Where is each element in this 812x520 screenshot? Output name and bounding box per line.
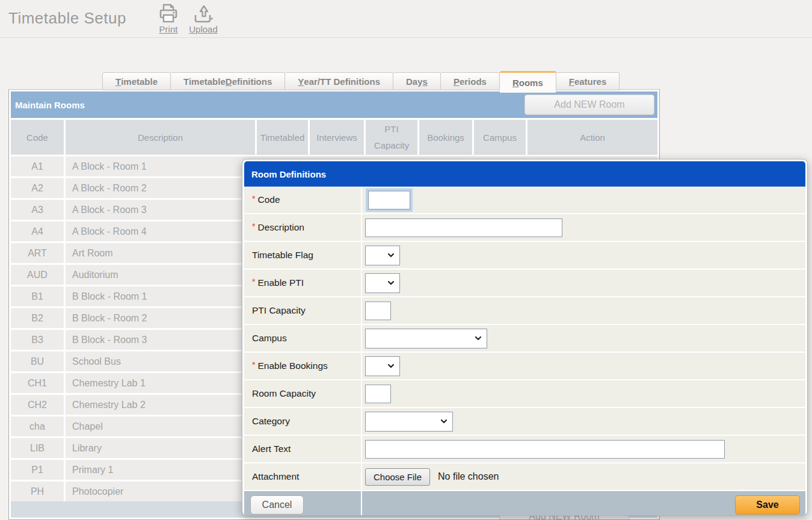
- description-label: *Description: [244, 214, 361, 241]
- enable-bookings-select[interactable]: [365, 356, 400, 376]
- table-header-row: Code Description Timetabled Interviews P…: [11, 120, 657, 155]
- upload-button[interactable]: Upload: [186, 3, 220, 34]
- chevron-down-icon: [387, 251, 395, 259]
- tab-features[interactable]: Features: [556, 72, 620, 90]
- category-label: Category: [244, 408, 361, 435]
- tab-year-tt-definitions[interactable]: Year/TT Definitions: [285, 72, 393, 90]
- modal-title: Room Definitions: [251, 169, 326, 179]
- required-asterisk: *: [252, 221, 255, 231]
- column-header-timetabled: Timetabled: [257, 120, 308, 155]
- required-asterisk: *: [252, 277, 255, 286]
- modal-footer: Cancel Save: [244, 491, 805, 516]
- column-header-campus: Campus: [474, 120, 526, 155]
- choose-file-button[interactable]: Choose File: [365, 468, 430, 486]
- alert-text-label: Alert Text: [244, 436, 361, 462]
- room-definitions-form: *Code *Description Timetable Flag *Enabl…: [244, 187, 805, 490]
- enable-bookings-label: *Enable Bookings: [244, 353, 361, 379]
- column-header-action: Action: [527, 120, 657, 155]
- page-title: Timetable Setup: [8, 9, 126, 28]
- column-header-bookings: Bookings: [419, 120, 472, 155]
- room-definitions-modal: Room Definitions *Code *Description Time…: [242, 159, 808, 516]
- tabbar: Timetable Timetable Definitions Year/TT …: [102, 71, 620, 90]
- campus-label: Campus: [244, 325, 361, 351]
- category-select[interactable]: [365, 412, 453, 432]
- print-icon: [158, 3, 179, 23]
- required-asterisk: *: [252, 194, 255, 203]
- campus-select[interactable]: [365, 329, 487, 348]
- alert-text-input[interactable]: [365, 440, 725, 459]
- add-new-room-button[interactable]: Add NEW Room: [524, 94, 654, 115]
- pti-capacity-label: PTI Capacity: [244, 297, 361, 324]
- tab-periods[interactable]: Periods: [441, 72, 500, 90]
- description-input[interactable]: [365, 218, 562, 237]
- code-input[interactable]: [368, 191, 410, 209]
- attachment-label: Attachment: [244, 463, 361, 490]
- save-button[interactable]: Save: [735, 495, 800, 515]
- pti-capacity-input[interactable]: [365, 302, 391, 320]
- app-header: Timetable Setup Print Upload: [0, 0, 812, 38]
- panel-caption: Maintain Rooms: [15, 100, 85, 110]
- timetable-flag-label: Timetable Flag: [244, 242, 361, 268]
- upload-label: Upload: [189, 24, 218, 34]
- maintain-rooms-caption-bar: Maintain Rooms Add NEW Room: [11, 91, 657, 118]
- room-capacity-label: Room Capacity: [244, 380, 361, 407]
- chevron-down-icon: [387, 279, 395, 287]
- enable-pti-label: *Enable PTI: [244, 270, 361, 296]
- chevron-down-icon: [474, 334, 482, 342]
- tab-timetable[interactable]: Timetable: [102, 72, 171, 90]
- column-header-interviews: Interviews: [310, 120, 364, 155]
- column-header-pti-capacity: PTI Capacity: [366, 120, 417, 155]
- enable-pti-select[interactable]: [365, 273, 400, 293]
- required-asterisk: *: [252, 360, 255, 370]
- column-header-code: Code: [11, 120, 64, 155]
- room-capacity-input[interactable]: [365, 385, 391, 403]
- print-button[interactable]: Print: [152, 3, 185, 34]
- print-label: Print: [159, 24, 178, 34]
- upload-icon: [192, 3, 215, 23]
- timetable-flag-select[interactable]: [365, 246, 400, 265]
- file-status-text: No file chosen: [438, 471, 499, 482]
- modal-header: Room Definitions: [244, 161, 805, 187]
- tab-rooms[interactable]: Rooms: [500, 71, 556, 93]
- cancel-button[interactable]: Cancel: [250, 495, 304, 515]
- chevron-down-icon: [440, 417, 448, 426]
- chevron-down-icon: [387, 362, 395, 370]
- tab-days[interactable]: Days: [393, 72, 441, 90]
- tab-timetable-definitions[interactable]: Timetable Definitions: [171, 72, 285, 90]
- column-header-description: Description: [66, 120, 255, 155]
- code-label: *Code: [244, 187, 361, 213]
